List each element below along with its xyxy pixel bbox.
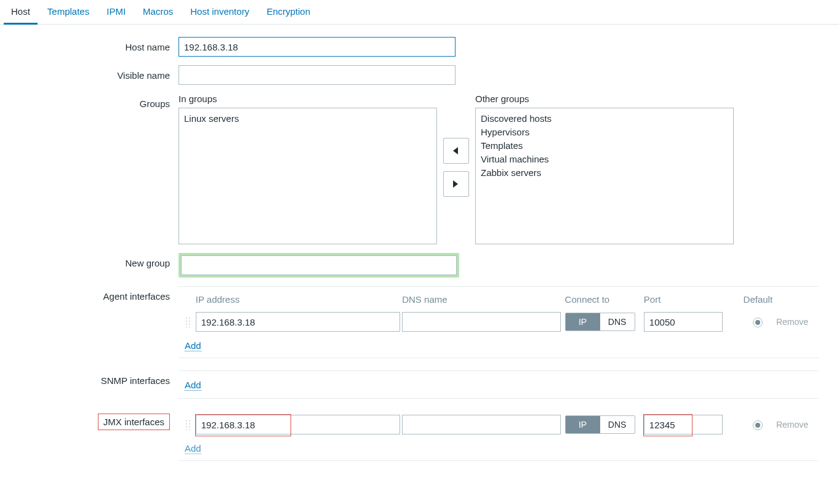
visiblename-label: Visible name [0,65,179,81]
header-connect: Connect to [565,294,644,305]
toggle-ip[interactable]: IP [566,313,600,330]
agent-port-input[interactable] [644,312,723,332]
othergroups-label: Other groups [475,94,734,104]
newgroup-input[interactable] [181,255,457,275]
triangle-left-icon [453,147,459,154]
snmp-interfaces-label: SNMP interfaces [0,370,179,386]
list-item[interactable]: Linux servers [182,112,434,126]
newgroup-label: New group [0,253,179,268]
hostname-input[interactable] [179,37,456,57]
jmx-interfaces-block: IP DNS Remove Add [179,411,819,461]
header-port: Port [644,294,740,305]
jmx-dns-input[interactable] [402,415,561,434]
toggle-dns[interactable]: DNS [600,313,635,330]
tab-bar: Host Templates IPMI Macros Host inventor… [0,0,839,25]
agent-dns-input[interactable] [402,312,561,332]
jmx-add-link[interactable]: Add [185,443,201,454]
list-item[interactable]: Discovered hosts [478,112,731,126]
hostname-label: Host name [0,37,179,52]
list-item[interactable]: Hypervisors [478,126,731,139]
jmx-interfaces-label-wrap: JMX interfaces [0,411,179,430]
othergroups-listbox[interactable]: Discovered hosts Hypervisors Templates V… [475,108,734,244]
jmx-interfaces-label: JMX interfaces [98,414,170,430]
groups-label: Groups [0,94,179,109]
snmp-add-link[interactable]: Add [185,380,201,391]
list-item[interactable]: Zabbix servers [478,166,731,180]
agent-remove-link: Remove [776,317,819,327]
header-dns: DNS name [402,294,564,305]
jmx-connect-toggle[interactable]: IP DNS [565,415,635,434]
visiblename-input[interactable] [179,65,456,85]
toggle-ip[interactable]: IP [566,416,600,433]
svg-marker-0 [453,147,458,154]
tab-macros[interactable]: Macros [134,0,182,24]
drag-handle-icon[interactable] [185,316,191,327]
agent-interfaces-block: IP address DNS name Connect to Port Defa… [179,286,819,358]
jmx-default-radio[interactable] [753,420,763,430]
list-item[interactable]: Templates [478,139,731,153]
agent-default-radio[interactable] [753,318,763,327]
jmx-ip-input[interactable] [196,415,400,434]
agent-add-link[interactable]: Add [185,340,201,351]
list-item[interactable]: Virtual machines [478,153,731,166]
ingroups-label: In groups [179,94,437,104]
tab-encryption[interactable]: Encryption [258,0,319,24]
header-default: Default [740,294,776,305]
snmp-interfaces-block: Add [179,370,819,399]
toggle-dns[interactable]: DNS [600,416,635,433]
agent-interfaces-label: Agent interfaces [0,286,179,302]
triangle-right-icon [453,180,459,188]
jmx-port-input[interactable] [644,415,723,434]
tab-templates[interactable]: Templates [39,0,98,24]
agent-connect-toggle[interactable]: IP DNS [565,313,635,331]
tab-host-inventory[interactable]: Host inventory [182,0,258,24]
header-ip: IP address [196,294,402,305]
move-left-button[interactable] [443,138,469,164]
jmx-remove-link: Remove [776,420,819,430]
tab-host[interactable]: Host [2,0,39,24]
move-right-button[interactable] [443,171,469,197]
ingroups-listbox[interactable]: Linux servers [179,108,437,244]
svg-marker-1 [453,180,458,188]
drag-handle-icon[interactable] [185,419,191,430]
agent-ip-input[interactable] [196,312,400,332]
tab-ipmi[interactable]: IPMI [98,0,134,24]
